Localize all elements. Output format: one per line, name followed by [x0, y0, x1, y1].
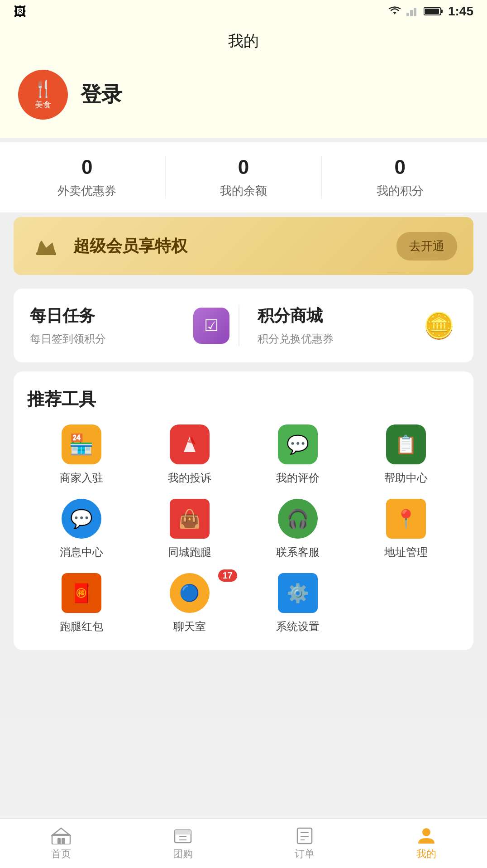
svg-rect-6 [425, 9, 439, 14]
nav-mine-label: 我的 [416, 847, 436, 861]
vip-activate-button[interactable]: 去开通 [396, 232, 457, 260]
avatar-label: 美食 [35, 99, 51, 110]
signal-icon [406, 6, 419, 16]
svg-marker-7 [37, 241, 55, 252]
avatar[interactable]: 🍴 美食 [18, 70, 68, 120]
errand-icon: 👜 [170, 499, 210, 539]
tool-review-label: 我的评价 [276, 471, 320, 485]
svg-rect-14 [62, 838, 65, 844]
message-icon: 💬 [62, 499, 101, 539]
tool-chatroom[interactable]: 🔵 17 聊天室 [135, 573, 244, 634]
battery-icon [424, 6, 444, 16]
profile-section[interactable]: 🍴 美食 登录 [0, 65, 487, 138]
redpacket-icon: 🧧 [62, 573, 101, 613]
nav-mine-icon [416, 826, 436, 844]
svg-rect-5 [441, 10, 443, 13]
stat-points-label: 我的积分 [377, 183, 424, 199]
points-mall-title: 积分商城 [258, 305, 334, 327]
tool-merchant[interactable]: 🏪 商家入驻 [27, 424, 135, 485]
tool-redpacket-label: 跑腿红包 [60, 619, 103, 634]
tool-help-label: 帮助中心 [384, 471, 428, 485]
tool-help[interactable]: 📋 帮助中心 [352, 424, 460, 485]
nav-mine[interactable]: 我的 [365, 819, 487, 868]
nav-home[interactable]: 首页 [0, 819, 122, 868]
stat-coupon-label: 外卖优惠券 [57, 183, 116, 199]
tool-redpacket[interactable]: 🧧 跑腿红包 [27, 573, 135, 634]
tool-review[interactable]: 💬 我的评价 [244, 424, 352, 485]
tool-address-label: 地址管理 [384, 545, 428, 559]
bottom-spacer [0, 659, 487, 718]
tool-complaint[interactable]: 我的投诉 [135, 424, 244, 485]
settings-icon: ⚙️ [278, 573, 318, 613]
daily-task-item: 每日任务 每日签到领积分 ☑ [30, 305, 229, 346]
stat-points-value: 0 [394, 156, 405, 178]
review-icon: 💬 [278, 424, 318, 464]
nav-home-label: 首页 [51, 847, 71, 861]
points-mall-item: 积分商城 积分兑换优惠券 🪙 [258, 305, 457, 346]
stat-coupon-value: 0 [81, 156, 92, 178]
points-mall[interactable]: 积分商城 积分兑换优惠券 🪙 [239, 305, 457, 346]
stat-balance[interactable]: 0 我的余额 [165, 156, 322, 199]
tool-chatroom-label: 聊天室 [173, 619, 206, 634]
points-mall-text: 积分商城 积分兑换优惠券 [258, 305, 334, 346]
chatroom-badge: 17 [218, 569, 237, 582]
svg-rect-2 [410, 10, 413, 16]
stat-coupon[interactable]: 0 外卖优惠券 [9, 156, 165, 199]
task-card: 每日任务 每日签到领积分 ☑ 积分商城 积分兑换优惠券 🪙 [14, 289, 473, 362]
daily-task-text: 每日任务 每日签到领积分 [30, 305, 106, 346]
nav-order-icon [295, 826, 315, 844]
stat-balance-value: 0 [238, 156, 249, 178]
tool-errand-label: 同城跑腿 [168, 545, 211, 559]
svg-rect-11 [52, 834, 70, 844]
daily-task-title: 每日任务 [30, 305, 106, 327]
vip-crown-icon [30, 230, 62, 262]
status-bar: 🖼 1:45 [0, 0, 487, 23]
nav-home-icon [51, 826, 71, 844]
chatroom-icon: 🔵 [170, 573, 210, 613]
tool-message-label: 消息中心 [60, 545, 103, 559]
tool-merchant-label: 商家入驻 [60, 471, 103, 485]
tool-errand[interactable]: 👜 同城跑腿 [135, 499, 244, 559]
tool-address[interactable]: 📍 地址管理 [352, 499, 460, 559]
vip-text: 超级会员享特权 [73, 235, 187, 257]
svg-rect-8 [36, 252, 56, 255]
tools-title: 推荐工具 [27, 388, 460, 411]
address-icon: 📍 [386, 499, 426, 539]
tools-card: 推荐工具 🏪 商家入驻 我的投诉 [14, 371, 473, 650]
coins-icon: 🪙 [421, 308, 457, 344]
daily-task[interactable]: 每日任务 每日签到领积分 ☑ [30, 305, 239, 346]
tool-service[interactable]: 🎧 联系客服 [244, 499, 352, 559]
nav-group-buy-icon [173, 826, 193, 844]
tool-settings[interactable]: ⚙️ 系统设置 [244, 573, 352, 634]
status-icons: 1:45 [387, 4, 473, 19]
nav-order-label: 订单 [295, 847, 315, 861]
stat-points[interactable]: 0 我的积分 [321, 156, 478, 199]
avatar-food-icon: 🍴 [33, 79, 53, 98]
complaint-icon [170, 424, 210, 464]
tool-settings-label: 系统设置 [276, 619, 320, 634]
svg-marker-0 [393, 12, 396, 14]
merchant-icon: 🏪 [62, 424, 101, 464]
nav-group-buy[interactable]: 团购 [122, 819, 244, 868]
daily-task-subtitle: 每日签到领积分 [30, 332, 106, 346]
nav-group-buy-label: 团购 [173, 847, 193, 861]
checklist-icon: ☑ [193, 308, 229, 344]
tools-grid-empty [352, 573, 460, 634]
help-icon: 📋 [386, 424, 426, 464]
svg-marker-9 [184, 437, 196, 452]
bottom-nav: 首页 团购 订单 我的 [0, 818, 487, 868]
vip-banner[interactable]: 超级会员享特权 去开通 [14, 217, 473, 275]
svg-rect-13 [57, 838, 61, 844]
status-time: 1:45 [448, 4, 473, 19]
nav-order[interactable]: 订单 [244, 819, 365, 868]
tool-message[interactable]: 💬 消息中心 [27, 499, 135, 559]
daily-task-icon-wrap: ☑ [193, 308, 229, 344]
page-header: 我的 [0, 23, 487, 65]
status-bar-left: 🖼 [14, 4, 26, 19]
tool-service-label: 联系客服 [276, 545, 320, 559]
svg-rect-3 [414, 8, 416, 16]
tools-grid: 🏪 商家入驻 我的投诉 💬 我的评价 [27, 424, 460, 634]
tool-complaint-label: 我的投诉 [168, 471, 211, 485]
svg-rect-16 [175, 830, 191, 834]
login-button[interactable]: 登录 [81, 81, 122, 109]
